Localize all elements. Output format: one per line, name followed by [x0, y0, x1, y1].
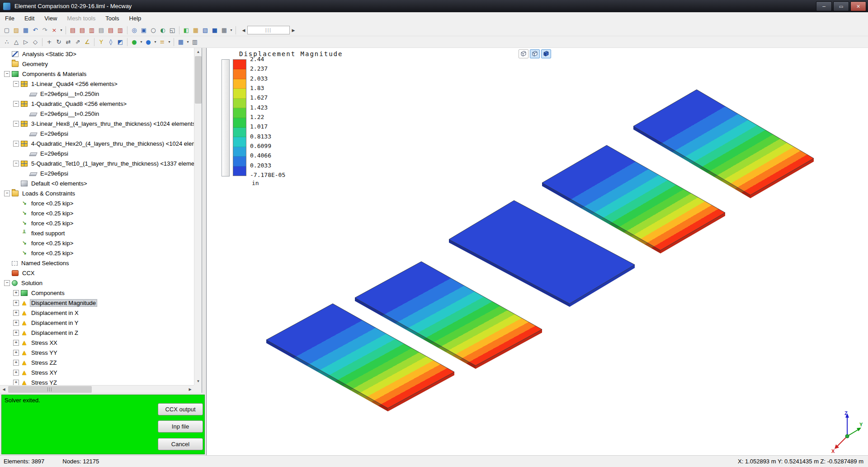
grid-icon[interactable]: ▦ — [220, 26, 229, 35]
report-icon-3[interactable]: ▥ — [87, 26, 96, 35]
tree-item[interactable]: force <0.25 kip> — [0, 218, 194, 228]
strip-right-icon[interactable]: ▶ — [291, 28, 296, 33]
shaded-view-icon[interactable]: ■ — [210, 26, 219, 35]
tree-item[interactable]: +Displacement in Y — [0, 318, 194, 328]
tree-expand-toggle[interactable]: + — [13, 320, 19, 326]
graph-icon[interactable]: ▥ — [190, 38, 199, 47]
undo-icon[interactable]: ↶ — [31, 26, 40, 35]
menu-tools[interactable]: Tools — [100, 12, 124, 24]
tree-item[interactable]: −5-Quadratic_Tet10_(1_layer_thru_the_thi… — [0, 158, 194, 168]
delete-icon[interactable]: × — [50, 26, 59, 35]
report-icon-5[interactable]: ▤ — [106, 26, 115, 35]
dropdown-caret-icon[interactable]: ▾ — [139, 40, 143, 44]
tree-item[interactable]: +Displacement in Z — [0, 328, 194, 338]
select-solids-icon[interactable]: ◇ — [31, 38, 40, 47]
rotate-tool-icon[interactable]: ↻ — [54, 38, 63, 47]
tree-expand-toggle[interactable]: + — [13, 380, 19, 386]
tree-expand-toggle[interactable]: + — [13, 360, 19, 366]
orbit-icon[interactable]: ◐ — [158, 26, 167, 35]
view-solid-cube-button[interactable] — [541, 49, 551, 58]
tree-item[interactable]: force <0.25 kip> — [0, 198, 194, 208]
tree-item[interactable]: E=29e6psi__t=0.250in — [0, 89, 194, 99]
mirror-tool-icon[interactable]: ⇄ — [64, 38, 73, 47]
refine-mesh-icon[interactable]: ▦ — [191, 26, 200, 35]
zoom-window-icon[interactable]: ▣ — [139, 26, 148, 35]
tree-item[interactable]: −Solution — [0, 278, 194, 288]
tree-expand-toggle[interactable]: − — [13, 81, 19, 87]
paint-mode-icon[interactable]: ◧ — [182, 26, 191, 35]
tree-expand-toggle[interactable]: + — [13, 340, 19, 346]
new-file-icon[interactable]: ▢ — [2, 26, 11, 35]
dropdown-caret-icon[interactable]: ▾ — [59, 28, 63, 32]
contour-style-icon[interactable]: ≡ — [158, 38, 167, 47]
report-icon-1[interactable]: ▤ — [68, 26, 77, 35]
tree-item[interactable]: Named Selections — [0, 258, 194, 268]
tree-expand-toggle[interactable]: + — [13, 290, 19, 296]
report-icon-4[interactable]: ▤ — [97, 26, 106, 35]
tree-hscroll-thumb[interactable] — [8, 386, 92, 393]
tree-expand-toggle[interactable]: − — [4, 71, 10, 77]
wireframe-icon[interactable]: ▧ — [201, 26, 210, 35]
menu-help[interactable]: Help — [124, 12, 146, 24]
tree-item[interactable]: +Stress YY — [0, 348, 194, 357]
tree-expand-toggle[interactable]: − — [4, 191, 10, 196]
tree-item[interactable]: force <0.25 kip> — [0, 208, 194, 218]
move-tool-icon[interactable]: + — [45, 38, 54, 47]
measure-icon[interactable]: ∠ — [83, 38, 92, 47]
tree-item[interactable]: −Loads & Constraints — [0, 188, 194, 198]
tree-item[interactable]: Analysis <Static 3D> — [0, 49, 194, 59]
tree-expand-toggle[interactable]: − — [4, 280, 10, 286]
results-icon[interactable]: ● — [144, 38, 153, 47]
tree-item[interactable]: fixed support — [0, 228, 194, 238]
tree-item[interactable]: force <0.25 kip> — [0, 238, 194, 248]
tree-expand-toggle[interactable]: + — [13, 300, 19, 306]
magnifier-icon[interactable]: ○ — [149, 26, 158, 35]
tree-item[interactable]: +Displacement Magnitude — [0, 298, 194, 308]
inp-file-button[interactable]: Inp file — [158, 420, 203, 433]
report-icon-6[interactable]: ▥ — [116, 26, 125, 35]
tree-expand-toggle[interactable]: + — [13, 330, 19, 336]
tree-horizontal-scrollbar[interactable] — [0, 385, 194, 393]
model-viewport[interactable]: Displacement Magnitude 2.442.2372.0331.8… — [206, 48, 868, 455]
tree-item[interactable]: force <0.25 kip> — [0, 248, 194, 258]
select-nodes-icon[interactable]: ∴ — [2, 38, 11, 47]
tree-item[interactable]: E=29e6psi — [0, 129, 194, 138]
menu-view[interactable]: View — [39, 12, 62, 24]
open-icon[interactable]: ▨ — [12, 26, 21, 35]
scroll-right-icon[interactable] — [186, 386, 194, 393]
dropdown-caret-icon[interactable]: ▾ — [186, 40, 190, 44]
tree-item[interactable]: +Displacement in X — [0, 308, 194, 318]
scale-tool-icon[interactable]: ⇗ — [73, 38, 82, 47]
strip-left-icon[interactable]: ◀ — [241, 28, 246, 33]
scroll-left-icon[interactable] — [0, 386, 8, 393]
tree-item[interactable]: +Components — [0, 288, 194, 298]
view-wireframe-cube-button[interactable] — [519, 49, 528, 58]
maximize-button[interactable] — [833, 1, 849, 11]
zoom-in-icon[interactable]: ◎ — [130, 26, 139, 35]
cancel-button[interactable]: Cancel — [158, 438, 203, 450]
save-icon[interactable]: ▦ — [21, 26, 30, 35]
close-button[interactable] — [850, 1, 866, 11]
tree-item[interactable]: +Stress ZZ — [0, 357, 194, 367]
select-elements-icon[interactable]: △ — [12, 38, 21, 47]
tree-expand-toggle[interactable]: − — [13, 161, 19, 167]
tree-item[interactable]: −Components & Materials — [0, 69, 194, 79]
tree-expand-toggle[interactable]: + — [13, 370, 19, 376]
tree-expand-toggle[interactable]: + — [13, 350, 19, 356]
tree-item[interactable]: CCX — [0, 268, 194, 278]
fit-view-icon[interactable]: ◱ — [168, 26, 177, 35]
tree-expand-toggle[interactable]: + — [13, 310, 19, 316]
tree-expand-toggle[interactable]: − — [13, 141, 19, 147]
tree-item[interactable]: +Stress XX — [0, 338, 194, 348]
tree-item[interactable]: E=29e6psi__t=0.250in — [0, 109, 194, 119]
tree-item[interactable]: Default <0 elements> — [0, 178, 194, 188]
select-faces-icon[interactable]: ▷ — [21, 38, 30, 47]
toolbar-scroll-strip[interactable]: ||| — [247, 26, 290, 34]
menu-edit[interactable]: Edit — [19, 12, 39, 24]
tree-vscroll-thumb[interactable] — [195, 56, 202, 104]
tree-item[interactable]: +Stress XY — [0, 367, 194, 377]
tree-item[interactable]: −3-Linear_Hex8_(4_layers_thru_the_thickn… — [0, 119, 194, 129]
legend-scale-slider[interactable] — [222, 59, 230, 176]
tree-expand-toggle[interactable]: − — [13, 101, 19, 107]
tree-item[interactable]: E=29e6psi — [0, 148, 194, 158]
